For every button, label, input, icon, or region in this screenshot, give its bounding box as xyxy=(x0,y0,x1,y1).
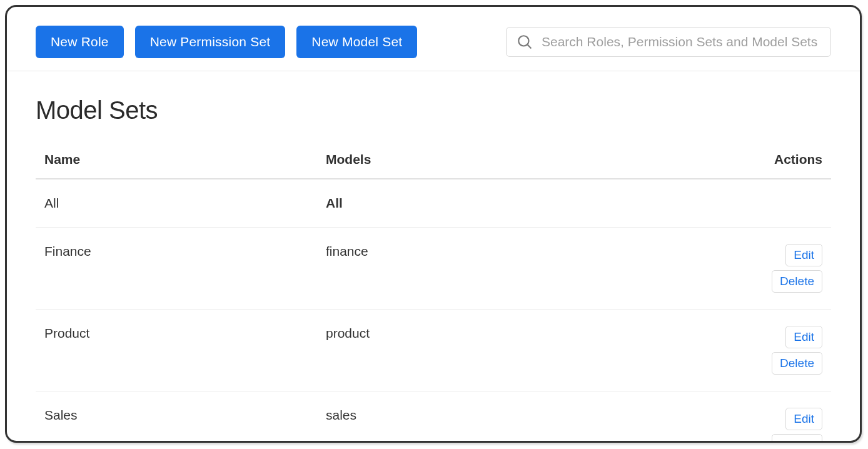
delete-button[interactable]: Delete xyxy=(772,270,822,293)
delete-button[interactable]: Delete xyxy=(772,352,822,375)
delete-button[interactable]: Delete xyxy=(772,434,822,443)
cell-models: sales xyxy=(326,408,735,423)
new-role-button[interactable]: New Role xyxy=(36,26,124,58)
search-input[interactable] xyxy=(542,34,820,49)
column-header-models: Models xyxy=(326,152,735,167)
new-permission-set-button[interactable]: New Permission Set xyxy=(135,26,286,58)
edit-button[interactable]: Edit xyxy=(785,408,822,430)
main-content: Model Sets Name Models Actions AllAllFin… xyxy=(7,71,860,443)
column-header-name: Name xyxy=(44,152,326,167)
cell-name: Product xyxy=(44,326,326,341)
top-toolbar: New Role New Permission Set New Model Se… xyxy=(7,7,860,71)
svg-line-1 xyxy=(527,44,530,48)
cell-actions: EditDelete xyxy=(735,408,822,443)
app-window: New Role New Permission Set New Model Se… xyxy=(5,5,862,443)
table-row: FinancefinanceEditDelete xyxy=(36,228,831,310)
cell-actions: EditDelete xyxy=(735,326,822,375)
search-container[interactable] xyxy=(506,27,831,57)
cell-models: All xyxy=(326,196,735,211)
table-row: AllAll xyxy=(36,179,831,228)
cell-models: product xyxy=(326,326,735,341)
table-row: ProductproductEditDelete xyxy=(36,310,831,391)
cell-models: finance xyxy=(326,244,735,259)
column-header-actions: Actions xyxy=(735,152,822,167)
edit-button[interactable]: Edit xyxy=(785,326,822,348)
page-title: Model Sets xyxy=(36,96,831,124)
search-icon xyxy=(517,34,533,50)
cell-name: All xyxy=(44,196,326,211)
table-row: SalessalesEditDelete xyxy=(36,391,831,443)
table-header-row: Name Models Actions xyxy=(36,152,831,179)
new-model-set-button[interactable]: New Model Set xyxy=(296,26,417,58)
cell-name: Sales xyxy=(44,408,326,423)
cell-actions: EditDelete xyxy=(735,244,822,293)
edit-button[interactable]: Edit xyxy=(785,244,822,266)
cell-name: Finance xyxy=(44,244,326,259)
table-body: AllAllFinancefinanceEditDeleteProductpro… xyxy=(36,179,831,443)
